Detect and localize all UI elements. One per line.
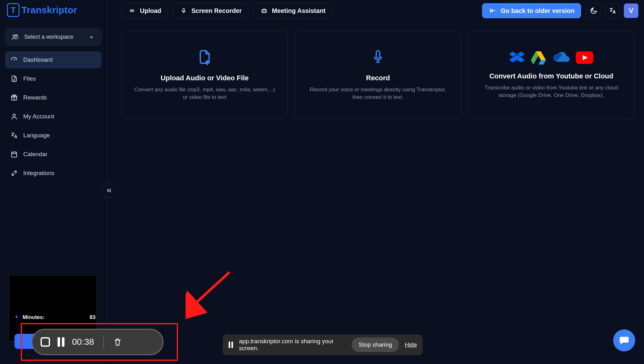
meeting-assistant-button[interactable]: Meeting Assistant	[253, 3, 332, 18]
go-back-label: Go back to older version	[501, 7, 575, 14]
mic-icon	[180, 7, 188, 15]
sidebar-label: Files	[23, 75, 36, 82]
cloud-card-desc: Transcribe audio or video from Youtube l…	[478, 84, 625, 99]
topbar: Upload Screen Recorder Meeting Assistant…	[121, 3, 638, 19]
svg-point-9	[265, 11, 265, 11]
sidebar-label: Language	[23, 132, 50, 139]
separator	[103, 335, 104, 349]
file-upload-icon	[197, 49, 212, 66]
record-card[interactable]: Record Record your voice or meetings dir…	[295, 31, 461, 119]
share-message: app.transkriptor.com is sharing your scr…	[239, 338, 346, 352]
svg-point-11	[591, 10, 591, 10]
minutes-value: 83	[90, 314, 96, 321]
onedrive-icon	[552, 52, 570, 64]
svg-rect-5	[12, 152, 17, 157]
gift-icon	[10, 94, 18, 102]
sidebar-label: Integrations	[23, 170, 54, 177]
recorder-control-bar: 00:38	[31, 329, 164, 355]
screen-share-bar: app.transkriptor.com is sharing your scr…	[223, 334, 423, 355]
sidebar-item-integrations[interactable]: Integrations	[5, 165, 102, 182]
sidebar-label: Calendar	[23, 151, 47, 158]
language-toggle-button[interactable]	[605, 3, 620, 18]
sidebar-item-language[interactable]: Language	[5, 127, 102, 144]
cloud-provider-icons	[509, 51, 593, 65]
svg-rect-12	[376, 51, 380, 58]
mic-icon	[371, 49, 385, 66]
dropbox-icon	[509, 51, 525, 64]
svg-point-0	[13, 35, 15, 37]
sparkle-icon	[14, 315, 19, 320]
stop-recording-button[interactable]	[41, 337, 50, 347]
cloud-card[interactable]: Convert Audio from Youtube or Cloud Tran…	[468, 31, 635, 119]
chat-icon	[619, 335, 630, 346]
arrow-left-bar-icon	[489, 7, 497, 15]
annotation-arrow-icon	[186, 269, 242, 319]
pause-recording-button[interactable]	[58, 337, 64, 347]
sidebar-item-dashboard[interactable]: Dashboard	[5, 51, 102, 68]
avatar-initial: V	[629, 7, 634, 15]
svg-point-10	[592, 9, 592, 9]
minutes-label: Minutes:	[23, 314, 45, 321]
svg-point-8	[263, 11, 264, 11]
discard-recording-button[interactable]	[113, 337, 122, 347]
user-icon	[10, 112, 18, 121]
sidebar-item-rewards[interactable]: Rewards	[5, 89, 102, 106]
workspace-label: Select a workspace	[24, 34, 73, 40]
hide-share-bar-button[interactable]: Hide	[405, 341, 417, 348]
sidebar-item-calendar[interactable]: Calendar	[5, 146, 102, 163]
waveform-icon	[128, 7, 136, 15]
translate-icon	[609, 7, 616, 14]
upload-card[interactable]: Upload Audio or Video File Convert any a…	[121, 31, 288, 119]
recording-time: 00:38	[72, 337, 94, 347]
chevron-down-icon	[87, 33, 96, 41]
pause-share-icon[interactable]	[228, 342, 233, 348]
sidebar-item-files[interactable]: Files	[5, 70, 102, 87]
upload-card-desc: Convert any audio file (mp3, mp4, wav, a…	[131, 86, 278, 101]
plug-icon	[10, 169, 18, 177]
svg-rect-15	[229, 342, 230, 348]
moon-icon	[590, 7, 597, 14]
record-card-desc: Record your voice or meetings directly u…	[304, 86, 451, 101]
go-back-button[interactable]: Go back to older version	[482, 3, 581, 18]
sidebar-item-my-account[interactable]: My Account	[5, 108, 102, 125]
upload-card-title: Upload Audio or Video File	[161, 74, 249, 82]
bot-icon	[260, 7, 268, 15]
gauge-icon	[10, 56, 18, 64]
meeting-label: Meeting Assistant	[272, 7, 325, 14]
collapse-sidebar-button[interactable]	[102, 183, 116, 198]
upload-label: Upload	[140, 7, 161, 14]
svg-rect-16	[231, 342, 233, 348]
svg-point-1	[16, 35, 18, 36]
action-cards: Upload Audio or Video File Convert any a…	[121, 31, 635, 119]
theme-toggle-button[interactable]	[586, 3, 601, 18]
record-card-title: Record	[366, 74, 390, 82]
avatar[interactable]: V	[624, 3, 638, 18]
sidebar-label: My Account	[23, 113, 54, 120]
workspace-selector[interactable]: Select a workspace	[5, 28, 102, 46]
recorder-label: Screen Recorder	[192, 7, 242, 14]
chat-fab-button[interactable]	[613, 329, 635, 351]
svg-line-14	[192, 272, 230, 307]
calendar-icon	[10, 150, 18, 158]
stop-sharing-button[interactable]: Stop sharing	[352, 338, 399, 352]
minutes-row: Minutes: 83	[14, 314, 96, 321]
sidebar-label: Dashboard	[23, 56, 53, 63]
svg-point-4	[13, 114, 15, 117]
svg-rect-6	[183, 9, 184, 12]
google-drive-icon	[530, 51, 546, 65]
youtube-icon	[576, 51, 593, 64]
file-icon	[10, 75, 18, 83]
users-icon	[11, 33, 19, 41]
sidebar-label: Rewards	[23, 94, 47, 101]
upload-button[interactable]: Upload	[121, 3, 168, 18]
translate-icon	[10, 131, 18, 139]
cloud-card-title: Convert Audio from Youtube or Cloud	[489, 72, 613, 80]
screen-recorder-button[interactable]: Screen Recorder	[173, 3, 248, 18]
